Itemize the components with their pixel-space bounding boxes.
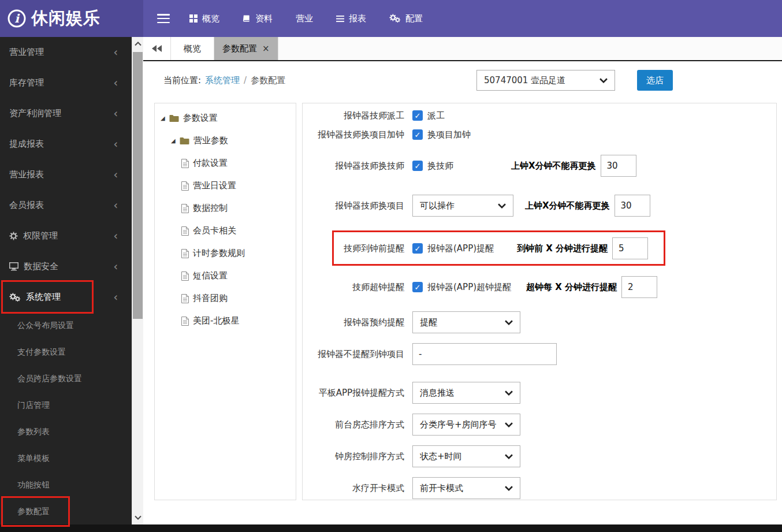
tree-node-business-params[interactable]: ◢ 营业参数 [155,129,296,152]
tree-leaf-data-control[interactable]: 数据控制 [155,197,296,220]
preclock-minutes-input[interactable] [612,237,648,259]
overclock-minutes-input[interactable] [621,276,657,298]
nav-item-reports[interactable]: 报表 [336,13,366,24]
gears-icon [9,293,21,302]
minutes-no-change-input[interactable] [615,195,650,217]
sidebar-subitem-official-account-layout[interactable]: 公众号布局设置 [0,312,132,339]
document-icon [181,317,189,326]
sidebar-item-label: 会员报表 [9,200,44,211]
tablet-remind-mode-select[interactable]: 消息推送 [412,382,520,404]
preclock-remind-checkbox[interactable] [412,243,423,254]
change-technician-checkbox-label[interactable]: 换技师 [427,161,453,172]
dispatch-checkbox[interactable] [412,110,423,121]
breadcrumb-link-system-mgmt[interactable]: 系统管理 [205,75,240,86]
clock-room-sort-select[interactable]: 状态+时间 [412,445,520,467]
form-row-label: 报钟器技师换项目 [303,200,412,211]
sidebar-item-label: 库存管理 [9,77,44,88]
dispatch-checkbox-label[interactable]: 派工 [427,110,445,121]
chevron-left-icon: ‹ [113,230,118,241]
sidebar-item-label: 提成报表 [9,139,44,150]
nav-item-business[interactable]: 营业 [296,13,313,24]
minutes-no-change-input[interactable] [601,155,636,177]
sidebar-item-label: 营业管理 [9,47,44,58]
overclock-remind-checkbox-label[interactable]: 报钟器(APP)超钟提醒 [427,282,511,293]
tabs-back-button[interactable] [143,37,171,60]
document-icon [181,294,189,303]
nav-item-overview[interactable]: 概览 [189,13,219,24]
chevron-left-icon: ‹ [113,200,118,211]
sidebar-item-inventory-mgmt[interactable]: 库存管理 ‹ [0,68,132,98]
tree-node-label: 营业参数 [193,135,228,146]
main-content: 概览 参数配置 当前位置: 系统管理 / 参数配置 50747001 壹品足道 … [143,37,782,524]
tree-leaf-payment-settings[interactable]: 付款设置 [155,152,296,174]
change-project-addclock-checkbox-label[interactable]: 换项目加钟 [427,129,471,140]
tree-leaf-timing-param-rules[interactable]: 计时参数规则 [155,242,296,265]
scroll-up-button[interactable] [132,37,144,51]
sidebar-subitem-function-buttons[interactable]: 功能按钮 [0,472,132,498]
sidebar-item-data-security[interactable]: 数据安全 ‹ [0,251,132,282]
tree-expand-icon[interactable]: ◢ [171,137,176,144]
chevron-down-icon [505,454,513,459]
scroll-down-button[interactable] [132,511,144,524]
brand-logo[interactable]: i 休闲娱乐 [0,0,143,37]
scrollbar-thumb[interactable] [133,52,143,319]
sidebar-subitem-label: 门店管理 [17,400,50,411]
front-room-sort-select[interactable]: 分类序号+房间序号 [412,414,520,436]
tree-leaf-member-card[interactable]: 会员卡相关 [155,220,296,242]
form-row-label: 报钟器技师派工 [303,110,412,121]
nav-item-config[interactable]: 配置 [389,13,423,24]
form-row-label: 报钟器技师换技师 [303,161,412,172]
sidebar-subitem-label: 菜单模板 [17,453,50,464]
reservation-remind-select[interactable]: 提醒 [412,311,520,333]
form-row-reservation-remind: 报钟器预约提醒 提醒 [303,311,776,333]
tree-leaf-business-day-settings[interactable]: 营业日设置 [155,174,296,197]
sidebar-item-business-mgmt[interactable]: 营业管理 ‹ [0,37,132,68]
tree-leaf-sms-settings[interactable]: 短信设置 [155,265,296,287]
chevron-left-icon: ‹ [113,47,118,58]
sidebar-item-business-report[interactable]: 营业报表 ‹ [0,159,132,190]
sidebar-subitem-payment-params[interactable]: 支付参数设置 [0,339,132,366]
folder-icon [180,137,189,145]
sidebar-subitem-member-crossstore-params[interactable]: 会员跨店参数设置 [0,366,132,392]
tab-param-config[interactable]: 参数配置 [214,37,278,60]
nav-item-label: 配置 [405,13,423,24]
close-tab-icon[interactable] [262,44,270,53]
select-value: 消息推送 [420,388,455,399]
change-project-select[interactable]: 可以操作 [412,195,513,217]
sidebar-item-system-mgmt[interactable]: 系统管理 ‹ [0,282,132,312]
sidebar-item-permission-mgmt[interactable]: 权限管理 ‹ [0,221,132,251]
param-tree-panel: ◢ 参数设置 ◢ 营业参数 付款设置 [154,103,296,500]
store-select[interactable]: 50747001 壹品足道 [476,70,615,91]
no-remind-projects-input[interactable] [412,343,557,365]
nav-item-data[interactable]: 资料 [243,13,273,24]
nav-item-label: 报表 [349,13,366,24]
sidebar-subitem-menu-template[interactable]: 菜单模板 [0,445,132,472]
select-value: 提醒 [420,317,437,328]
sidebar-item-asset-profit-mgmt[interactable]: 资产利润管理 ‹ [0,98,132,129]
overclock-remind-checkbox[interactable] [412,282,423,292]
change-technician-checkbox[interactable] [412,161,423,171]
sidebar-subitem-param-list[interactable]: 参数列表 [0,419,132,445]
spa-card-mode-select[interactable]: 前开卡模式 [412,477,520,499]
sidebar-subitem-param-config[interactable]: 参数配置 [0,498,132,525]
change-project-addclock-checkbox[interactable] [412,129,423,140]
chevron-down-icon [505,320,513,325]
breadcrumb-row: 当前位置: 系统管理 / 参数配置 50747001 壹品足道 选店 [143,69,782,91]
document-icon [181,204,189,213]
tree-leaf-douyin-groupbuy[interactable]: 抖音团购 [155,287,296,310]
tree-node-param-settings[interactable]: ◢ 参数设置 [155,107,296,129]
tab-overview[interactable]: 概览 [171,37,214,60]
form-row-no-remind-projects: 报钟器不提醒到钟项目 [303,343,776,365]
tree-expand-icon[interactable]: ◢ [161,115,165,121]
preclock-remind-checkbox-label[interactable]: 报钟器(APP)提醒 [427,243,494,254]
sidebar-item-member-report[interactable]: 会员报表 ‹ [0,190,132,221]
sidebar-subitem-store-mgmt[interactable]: 门店管理 [0,392,132,419]
sidebar-scrollbar[interactable] [132,37,143,524]
choose-store-button[interactable]: 选店 [637,70,673,91]
sidebar-toggle-button[interactable] [157,14,170,23]
preclock-minutes-label: 到钟前 X 分钟进行提醒 [517,243,608,254]
sidebar-item-commission-report[interactable]: 提成报表 ‹ [0,129,132,159]
tree-leaf-meituan-polestar[interactable]: 美团-北极星 [155,310,296,332]
nav-item-label: 营业 [296,13,313,24]
chevron-down-icon [599,78,608,83]
